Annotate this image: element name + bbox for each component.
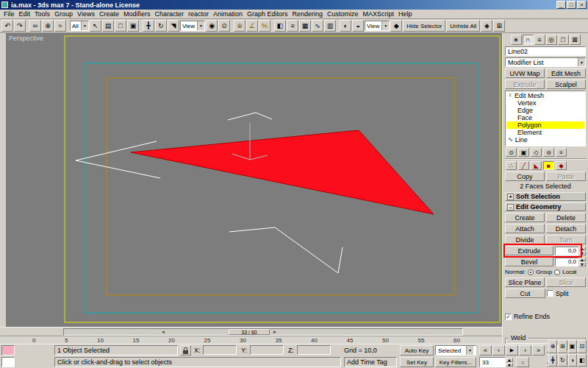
remove-modifier-icon[interactable]: ⊖	[543, 148, 554, 157]
menu-item-customize[interactable]: Customize	[325, 10, 361, 18]
extrude-button[interactable]: Extrude	[505, 246, 553, 255]
key-filters-button[interactable]: Key Filters...	[435, 357, 476, 367]
stack-subobject-face[interactable]: Face	[506, 114, 584, 121]
split-checkbox[interactable]	[547, 290, 553, 297]
modifier-list-dropdown[interactable]: Modifier List ▼	[505, 57, 586, 67]
menu-item-animation[interactable]: Animation	[211, 10, 245, 18]
menu-item-modifiers[interactable]: Modifiers	[121, 10, 153, 18]
layer-manager-icon[interactable]: ▦	[299, 20, 311, 32]
misc-toolbar-icon[interactable]: ⊞	[493, 20, 505, 32]
y-coordinate-field[interactable]	[250, 345, 284, 355]
tab-utilities-icon[interactable]: ⊠	[570, 35, 581, 45]
spinner-up-icon[interactable]	[506, 358, 513, 362]
selection-filter-dropdown[interactable]: All ▼	[70, 21, 89, 31]
rollout-soft-selection[interactable]: + Soft Selection	[505, 192, 586, 201]
spinner-up-icon[interactable]	[579, 247, 586, 251]
unlink-selection-icon[interactable]: ⊗	[42, 20, 54, 32]
menu-item-graph-editors[interactable]: Graph Editors	[245, 10, 290, 18]
spinner-buttons[interactable]	[579, 258, 586, 266]
previous-frame-icon[interactable]: ‹	[492, 345, 505, 355]
menu-item-character[interactable]: Character	[152, 10, 186, 18]
make-unique-icon[interactable]: ◇	[531, 148, 542, 157]
set-key-button[interactable]: Set Key	[400, 357, 434, 367]
tab-motion-icon[interactable]: ◎	[546, 35, 557, 45]
polygon-level-icon[interactable]: ■	[543, 161, 554, 170]
select-and-scale-icon[interactable]: ◥	[168, 20, 179, 32]
bevel-button[interactable]: Bevel	[505, 257, 553, 266]
delete-button[interactable]: Delete	[546, 213, 586, 222]
select-and-manipulate-icon[interactable]: ⊙	[218, 20, 230, 32]
normal-local-radio[interactable]	[554, 269, 560, 275]
named-selection-sets-icon[interactable]: ◈	[481, 20, 492, 32]
min-max-toggle-icon[interactable]: ◧	[578, 354, 587, 367]
object-name-field[interactable]: Line02	[505, 46, 586, 56]
tab-hierarchy-icon[interactable]: ≡	[534, 35, 545, 45]
add-time-t​ag-button[interactable]: Add Time Tag	[344, 357, 397, 367]
undo-icon[interactable]: ↶	[1, 20, 13, 32]
configure-modifier-sets-icon[interactable]: ≡	[556, 148, 567, 157]
tab-create-icon[interactable]: ∗	[511, 35, 522, 45]
viewport-perspective[interactable]: Perspective	[6, 33, 502, 327]
select-by-name-icon[interactable]: ▤	[102, 20, 114, 32]
snap-toggle-icon[interactable]: ⊕	[234, 20, 245, 32]
uvw-map-button[interactable]: UVW Map	[505, 68, 545, 78]
schematic-view-icon[interactable]: ▥	[324, 20, 336, 32]
rollout-edit-geometry[interactable]: - Edit Geometry	[505, 202, 586, 211]
time-slider-thumb[interactable]: 33 / 60	[229, 329, 270, 335]
zoom-region-icon[interactable]: ⊡	[578, 340, 587, 353]
menu-item-file[interactable]: File	[1, 10, 17, 18]
viewport-label[interactable]: Perspective	[9, 35, 43, 42]
go-to-start-icon[interactable]: «	[479, 345, 492, 355]
render-scene-icon[interactable]: ◒	[352, 20, 364, 32]
cut-button[interactable]: Cut	[505, 289, 545, 298]
next-frame-arrow-icon[interactable]: ►	[273, 330, 277, 334]
tab-modify-icon[interactable]: ∩	[523, 35, 534, 45]
extrude-amount-field[interactable]: 0,0	[555, 247, 578, 255]
menu-item-maxscript[interactable]: MAXScript	[361, 10, 397, 18]
auto-key-button[interactable]: Auto Key	[400, 345, 434, 355]
tab-display-icon[interactable]: □	[558, 35, 569, 45]
selection-set-dropdown[interactable]: Selected ▼	[435, 345, 476, 355]
stack-subobject-polygon-selected[interactable]: Polygon	[506, 121, 584, 129]
reference-coordinate-dropdown[interactable]: View ▼	[180, 21, 205, 31]
bevel-amount-field[interactable]: 0,0	[555, 258, 578, 266]
next-frame-icon[interactable]: ›	[519, 345, 531, 355]
menu-item-views[interactable]: Views	[75, 10, 97, 18]
create-button[interactable]: Create	[505, 213, 545, 222]
maxscript-macro-recorder[interactable]	[1, 345, 15, 355]
spinner-down-icon[interactable]	[579, 251, 586, 255]
zoom-extents-icon[interactable]: ▣	[568, 340, 577, 353]
align-icon[interactable]: ≡	[287, 20, 298, 32]
face-level-icon[interactable]: ◣	[531, 161, 542, 170]
vertex-level-icon[interactable]: ∴	[506, 161, 517, 170]
zoom-icon[interactable]: ⊕	[548, 340, 557, 353]
window-crossing-icon[interactable]: ▣	[127, 20, 139, 32]
minimize-button[interactable]: _	[556, 1, 566, 9]
previous-frame-arrow-icon[interactable]: ◄	[161, 330, 165, 334]
stack-subobject-edge[interactable]: Edge	[506, 107, 584, 114]
menu-item-group[interactable]: Group	[52, 10, 75, 18]
material-editor-icon[interactable]: ◐	[340, 20, 351, 32]
attach-button[interactable]: Attach	[505, 224, 545, 233]
spinner-down-icon[interactable]	[579, 262, 586, 266]
key-mode-toggle-icon[interactable]: ○	[516, 357, 529, 367]
go-to-end-icon[interactable]: »	[532, 345, 545, 355]
slice-plane-button[interactable]: Slice Plane	[505, 277, 545, 287]
zoom-all-icon[interactable]: ⊞	[558, 340, 567, 353]
arc-rotate-icon[interactable]: ↻	[558, 354, 567, 367]
select-object-icon[interactable]: ↖	[90, 20, 101, 32]
select-and-link-icon[interactable]: ∞	[29, 20, 41, 32]
menu-item-reactor[interactable]: reactor	[186, 10, 211, 18]
extrude-spinner[interactable]: 0,0	[555, 247, 586, 255]
field-of-view-icon[interactable]: ◑	[568, 354, 577, 367]
bevel-spinner[interactable]: 0,0	[555, 258, 586, 266]
scalpel-button[interactable]: Scalpel	[546, 79, 586, 89]
menu-item-rendering[interactable]: Rendering	[290, 10, 326, 18]
use-pivot-center-icon[interactable]: ◉	[206, 20, 218, 32]
stack-item-line[interactable]: ∿ Line	[506, 136, 584, 144]
divide-button[interactable]: Divide	[505, 235, 545, 244]
select-and-rotate-icon[interactable]: ↻	[155, 20, 167, 32]
menu-item-create[interactable]: Create	[97, 10, 121, 18]
menu-item-edit[interactable]: Edit	[17, 10, 33, 18]
edge-level-icon[interactable]: ╱	[518, 161, 529, 170]
